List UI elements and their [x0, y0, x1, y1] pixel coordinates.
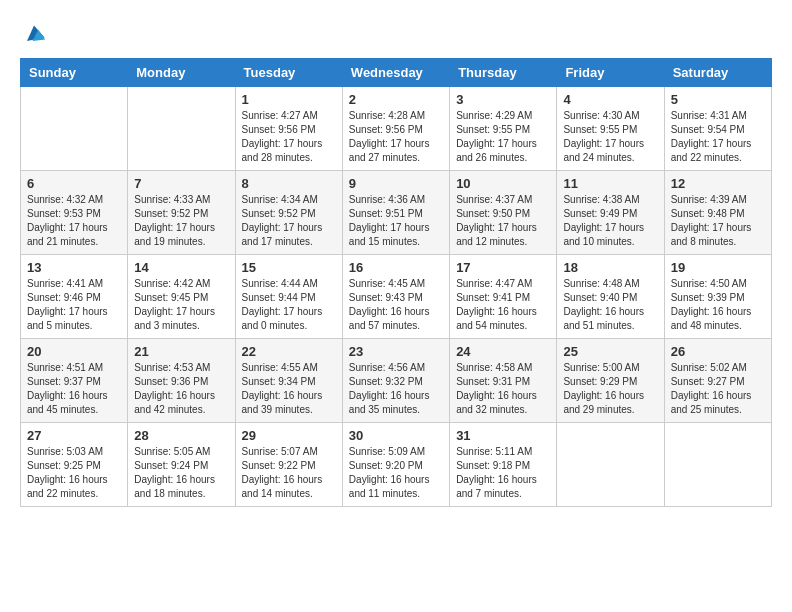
day-info: Sunrise: 4:27 AM Sunset: 9:56 PM Dayligh… [242, 109, 336, 165]
calendar-cell [557, 423, 664, 507]
day-number: 11 [563, 176, 657, 191]
calendar-cell: 8Sunrise: 4:34 AM Sunset: 9:52 PM Daylig… [235, 171, 342, 255]
calendar-cell: 6Sunrise: 4:32 AM Sunset: 9:53 PM Daylig… [21, 171, 128, 255]
day-info: Sunrise: 4:33 AM Sunset: 9:52 PM Dayligh… [134, 193, 228, 249]
day-number: 4 [563, 92, 657, 107]
calendar-col-header: Sunday [21, 59, 128, 87]
logo-icon [20, 20, 48, 48]
day-info: Sunrise: 5:02 AM Sunset: 9:27 PM Dayligh… [671, 361, 765, 417]
day-info: Sunrise: 4:51 AM Sunset: 9:37 PM Dayligh… [27, 361, 121, 417]
day-info: Sunrise: 4:30 AM Sunset: 9:55 PM Dayligh… [563, 109, 657, 165]
day-number: 27 [27, 428, 121, 443]
calendar-cell: 3Sunrise: 4:29 AM Sunset: 9:55 PM Daylig… [450, 87, 557, 171]
calendar-week-row: 6Sunrise: 4:32 AM Sunset: 9:53 PM Daylig… [21, 171, 772, 255]
day-number: 15 [242, 260, 336, 275]
calendar-cell: 7Sunrise: 4:33 AM Sunset: 9:52 PM Daylig… [128, 171, 235, 255]
calendar-cell: 13Sunrise: 4:41 AM Sunset: 9:46 PM Dayli… [21, 255, 128, 339]
day-number: 26 [671, 344, 765, 359]
day-info: Sunrise: 5:07 AM Sunset: 9:22 PM Dayligh… [242, 445, 336, 501]
day-number: 21 [134, 344, 228, 359]
calendar-cell: 19Sunrise: 4:50 AM Sunset: 9:39 PM Dayli… [664, 255, 771, 339]
day-info: Sunrise: 4:36 AM Sunset: 9:51 PM Dayligh… [349, 193, 443, 249]
day-info: Sunrise: 5:11 AM Sunset: 9:18 PM Dayligh… [456, 445, 550, 501]
page-header [20, 20, 772, 48]
day-info: Sunrise: 4:37 AM Sunset: 9:50 PM Dayligh… [456, 193, 550, 249]
day-number: 18 [563, 260, 657, 275]
day-info: Sunrise: 5:09 AM Sunset: 9:20 PM Dayligh… [349, 445, 443, 501]
calendar-col-header: Wednesday [342, 59, 449, 87]
day-info: Sunrise: 4:45 AM Sunset: 9:43 PM Dayligh… [349, 277, 443, 333]
calendar-cell: 29Sunrise: 5:07 AM Sunset: 9:22 PM Dayli… [235, 423, 342, 507]
logo [20, 20, 52, 48]
calendar-cell: 30Sunrise: 5:09 AM Sunset: 9:20 PM Dayli… [342, 423, 449, 507]
calendar-cell: 28Sunrise: 5:05 AM Sunset: 9:24 PM Dayli… [128, 423, 235, 507]
calendar-week-row: 27Sunrise: 5:03 AM Sunset: 9:25 PM Dayli… [21, 423, 772, 507]
calendar-cell: 31Sunrise: 5:11 AM Sunset: 9:18 PM Dayli… [450, 423, 557, 507]
day-info: Sunrise: 4:28 AM Sunset: 9:56 PM Dayligh… [349, 109, 443, 165]
day-info: Sunrise: 4:29 AM Sunset: 9:55 PM Dayligh… [456, 109, 550, 165]
calendar-cell: 15Sunrise: 4:44 AM Sunset: 9:44 PM Dayli… [235, 255, 342, 339]
day-number: 29 [242, 428, 336, 443]
day-number: 1 [242, 92, 336, 107]
day-info: Sunrise: 4:42 AM Sunset: 9:45 PM Dayligh… [134, 277, 228, 333]
day-number: 22 [242, 344, 336, 359]
calendar-cell: 11Sunrise: 4:38 AM Sunset: 9:49 PM Dayli… [557, 171, 664, 255]
day-info: Sunrise: 4:53 AM Sunset: 9:36 PM Dayligh… [134, 361, 228, 417]
calendar-cell: 22Sunrise: 4:55 AM Sunset: 9:34 PM Dayli… [235, 339, 342, 423]
calendar-col-header: Tuesday [235, 59, 342, 87]
day-number: 17 [456, 260, 550, 275]
day-info: Sunrise: 4:38 AM Sunset: 9:49 PM Dayligh… [563, 193, 657, 249]
day-number: 14 [134, 260, 228, 275]
day-number: 5 [671, 92, 765, 107]
calendar-cell [664, 423, 771, 507]
day-number: 3 [456, 92, 550, 107]
calendar-cell: 24Sunrise: 4:58 AM Sunset: 9:31 PM Dayli… [450, 339, 557, 423]
day-info: Sunrise: 5:00 AM Sunset: 9:29 PM Dayligh… [563, 361, 657, 417]
calendar-cell: 1Sunrise: 4:27 AM Sunset: 9:56 PM Daylig… [235, 87, 342, 171]
calendar-col-header: Thursday [450, 59, 557, 87]
calendar-cell: 16Sunrise: 4:45 AM Sunset: 9:43 PM Dayli… [342, 255, 449, 339]
day-number: 8 [242, 176, 336, 191]
calendar-header-row: SundayMondayTuesdayWednesdayThursdayFrid… [21, 59, 772, 87]
day-number: 9 [349, 176, 443, 191]
day-number: 10 [456, 176, 550, 191]
day-number: 23 [349, 344, 443, 359]
calendar-cell: 26Sunrise: 5:02 AM Sunset: 9:27 PM Dayli… [664, 339, 771, 423]
day-number: 12 [671, 176, 765, 191]
day-info: Sunrise: 4:41 AM Sunset: 9:46 PM Dayligh… [27, 277, 121, 333]
day-info: Sunrise: 5:03 AM Sunset: 9:25 PM Dayligh… [27, 445, 121, 501]
day-number: 7 [134, 176, 228, 191]
day-info: Sunrise: 4:56 AM Sunset: 9:32 PM Dayligh… [349, 361, 443, 417]
calendar-cell: 14Sunrise: 4:42 AM Sunset: 9:45 PM Dayli… [128, 255, 235, 339]
day-info: Sunrise: 4:58 AM Sunset: 9:31 PM Dayligh… [456, 361, 550, 417]
day-info: Sunrise: 4:44 AM Sunset: 9:44 PM Dayligh… [242, 277, 336, 333]
calendar-week-row: 13Sunrise: 4:41 AM Sunset: 9:46 PM Dayli… [21, 255, 772, 339]
calendar-cell: 10Sunrise: 4:37 AM Sunset: 9:50 PM Dayli… [450, 171, 557, 255]
day-number: 20 [27, 344, 121, 359]
day-number: 2 [349, 92, 443, 107]
day-info: Sunrise: 4:32 AM Sunset: 9:53 PM Dayligh… [27, 193, 121, 249]
calendar-cell: 21Sunrise: 4:53 AM Sunset: 9:36 PM Dayli… [128, 339, 235, 423]
day-number: 31 [456, 428, 550, 443]
day-number: 19 [671, 260, 765, 275]
day-number: 25 [563, 344, 657, 359]
calendar-col-header: Saturday [664, 59, 771, 87]
calendar-cell: 27Sunrise: 5:03 AM Sunset: 9:25 PM Dayli… [21, 423, 128, 507]
calendar-cell: 5Sunrise: 4:31 AM Sunset: 9:54 PM Daylig… [664, 87, 771, 171]
day-info: Sunrise: 4:50 AM Sunset: 9:39 PM Dayligh… [671, 277, 765, 333]
calendar-cell: 23Sunrise: 4:56 AM Sunset: 9:32 PM Dayli… [342, 339, 449, 423]
day-info: Sunrise: 4:48 AM Sunset: 9:40 PM Dayligh… [563, 277, 657, 333]
calendar-cell [128, 87, 235, 171]
calendar-cell: 2Sunrise: 4:28 AM Sunset: 9:56 PM Daylig… [342, 87, 449, 171]
day-info: Sunrise: 4:39 AM Sunset: 9:48 PM Dayligh… [671, 193, 765, 249]
calendar-cell: 4Sunrise: 4:30 AM Sunset: 9:55 PM Daylig… [557, 87, 664, 171]
day-info: Sunrise: 4:31 AM Sunset: 9:54 PM Dayligh… [671, 109, 765, 165]
day-info: Sunrise: 4:34 AM Sunset: 9:52 PM Dayligh… [242, 193, 336, 249]
calendar-cell: 20Sunrise: 4:51 AM Sunset: 9:37 PM Dayli… [21, 339, 128, 423]
calendar-week-row: 20Sunrise: 4:51 AM Sunset: 9:37 PM Dayli… [21, 339, 772, 423]
day-number: 24 [456, 344, 550, 359]
day-number: 30 [349, 428, 443, 443]
day-info: Sunrise: 5:05 AM Sunset: 9:24 PM Dayligh… [134, 445, 228, 501]
calendar-week-row: 1Sunrise: 4:27 AM Sunset: 9:56 PM Daylig… [21, 87, 772, 171]
day-number: 28 [134, 428, 228, 443]
